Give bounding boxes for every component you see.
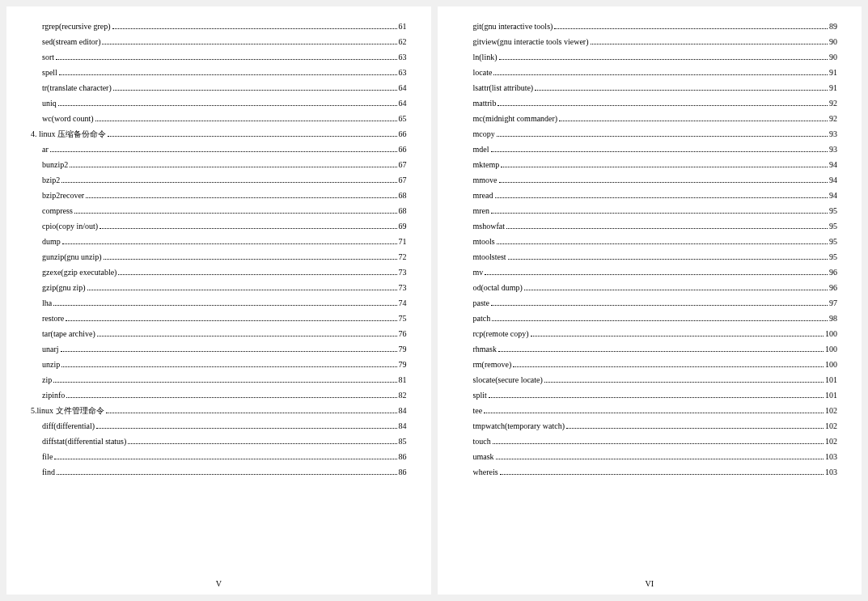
toc-dots <box>492 320 828 321</box>
toc-entry-label: 5.linux 文件管理命令 <box>31 407 104 415</box>
toc-entry-label: mmove <box>473 176 498 184</box>
toc-entry-label: dump <box>42 238 61 246</box>
page-left: rgrep(recursive grep)61sed(stream editor… <box>6 6 431 595</box>
toc-entry-label: rgrep(recursive grep) <box>42 23 111 31</box>
toc-entry: zip81 <box>31 376 407 384</box>
toc-dots <box>506 228 828 229</box>
toc-entry-page: 86 <box>399 453 407 461</box>
toc-dots <box>70 167 396 167</box>
toc-entry: tmpwatch(temporary watch)102 <box>462 422 838 430</box>
toc-entry-label: lha <box>42 299 52 307</box>
toc-entry-page: 82 <box>399 391 407 400</box>
toc-entry-label: mktemp <box>473 161 500 169</box>
toc-entry-label: file <box>42 453 53 461</box>
toc-entry-label: rcp(remote copy) <box>473 330 529 338</box>
toc-entry-label: unzip <box>42 361 60 369</box>
toc-dots <box>508 259 828 260</box>
toc-entry-label: restore <box>42 315 64 323</box>
toc-dots <box>56 59 397 60</box>
toc-entry-page: 75 <box>399 315 407 323</box>
toc-entry-label: mattrib <box>473 99 497 108</box>
toc-dots <box>491 213 828 214</box>
toc-dots <box>128 443 396 444</box>
toc-dots <box>61 366 396 367</box>
toc-entry-label: mv <box>473 269 484 277</box>
toc-entry-label: gunzip(gnu unzip) <box>42 253 102 261</box>
toc-entry-label: umask <box>473 453 494 461</box>
toc-entry-label: mren <box>473 207 490 215</box>
toc-entry: mtoolstest95 <box>462 253 838 261</box>
toc-entry-label: bunzip2 <box>42 161 68 169</box>
toc-dots <box>50 151 397 152</box>
toc-entry: locate91 <box>462 69 838 77</box>
toc-entry-label: slocate(secure locate) <box>473 376 543 384</box>
toc-dots <box>59 74 397 75</box>
toc-entry-page: 101 <box>825 391 837 400</box>
toc-entry: rm(remove)100 <box>462 361 838 369</box>
toc-entry-page: 65 <box>399 115 407 123</box>
toc-entry-page: 71 <box>399 238 407 246</box>
toc-dots <box>100 228 396 229</box>
toc-entry-label: sed(stream editor) <box>42 38 100 46</box>
toc-entry-page: 85 <box>399 438 407 446</box>
toc-entry: sort63 <box>31 53 407 61</box>
toc-entry: spell63 <box>31 69 407 77</box>
toc-dots <box>95 121 397 121</box>
toc-entry-label: mtoolstest <box>473 253 506 261</box>
toc-dots <box>108 136 396 137</box>
toc-entry-label: sort <box>42 53 54 61</box>
toc-entry-label: locate <box>473 69 493 77</box>
toc-dots <box>497 243 828 244</box>
toc-entry: dump71 <box>31 238 407 246</box>
toc-entry-page: 94 <box>829 161 837 169</box>
toc-dots <box>86 197 396 198</box>
toc-entry: bzip2recover68 <box>31 192 407 200</box>
toc-dots <box>104 259 397 260</box>
toc-dots <box>493 443 824 444</box>
toc-entry: diffstat(differential status)85 <box>31 438 407 446</box>
toc-entry-label: tmpwatch(temporary watch) <box>473 422 565 430</box>
toc-entry-page: 79 <box>399 361 407 369</box>
toc-dots <box>96 428 396 429</box>
toc-entry-label: tee <box>473 407 483 415</box>
toc-entry: gitview(gnu interactie tools viewer)90 <box>462 38 838 46</box>
toc-entry-page: 95 <box>829 253 837 261</box>
toc-entry-label: ar <box>42 146 49 154</box>
toc-entry: umask103 <box>462 453 838 461</box>
toc-entry-label: patch <box>473 315 491 323</box>
toc-entry-label: cpio(copy in/out) <box>42 222 98 231</box>
toc-dots <box>66 397 396 398</box>
toc-entry-page: 79 <box>399 345 407 353</box>
toc-entry-page: 73 <box>399 269 407 277</box>
toc-dots <box>524 290 828 290</box>
toc-entry: unarj79 <box>31 345 407 353</box>
toc-entry: restore75 <box>31 315 407 323</box>
toc-entry: tr(translate character)64 <box>31 84 407 92</box>
toc-entry-page: 95 <box>829 222 837 231</box>
toc-entry-label: bzip2recover <box>42 192 84 200</box>
toc-dots <box>554 28 828 29</box>
toc-entry: mmove94 <box>462 176 838 184</box>
toc-entry-page: 72 <box>399 253 407 261</box>
toc-entry: diff(differential)84 <box>31 422 407 430</box>
toc-dots <box>495 197 828 198</box>
toc-dots <box>113 90 397 91</box>
toc-entry: mattrib92 <box>462 99 838 108</box>
toc-dots <box>535 90 828 91</box>
toc-entry-label: gitview(gnu interactie tools viewer) <box>473 38 589 46</box>
toc-dots <box>499 182 828 183</box>
toc-dots <box>531 336 824 336</box>
toc-entry-label: paste <box>473 299 490 307</box>
toc-entry-page: 81 <box>399 376 407 384</box>
toc-entry-label: tar(tape archive) <box>42 330 95 338</box>
toc-entry-label: gzexe(gzip executable) <box>42 269 116 277</box>
toc-entry-page: 68 <box>399 207 407 215</box>
toc-entry: touch102 <box>462 438 838 446</box>
toc-entry: mktemp94 <box>462 161 838 169</box>
toc-entry: rcp(remote copy)100 <box>462 330 838 338</box>
toc-entry-page: 93 <box>829 146 837 154</box>
toc-dots <box>66 320 396 321</box>
toc-entry: mv96 <box>462 269 838 277</box>
toc-dots <box>501 167 828 167</box>
toc-entry-label: git(gnu interactive tools) <box>473 23 553 31</box>
